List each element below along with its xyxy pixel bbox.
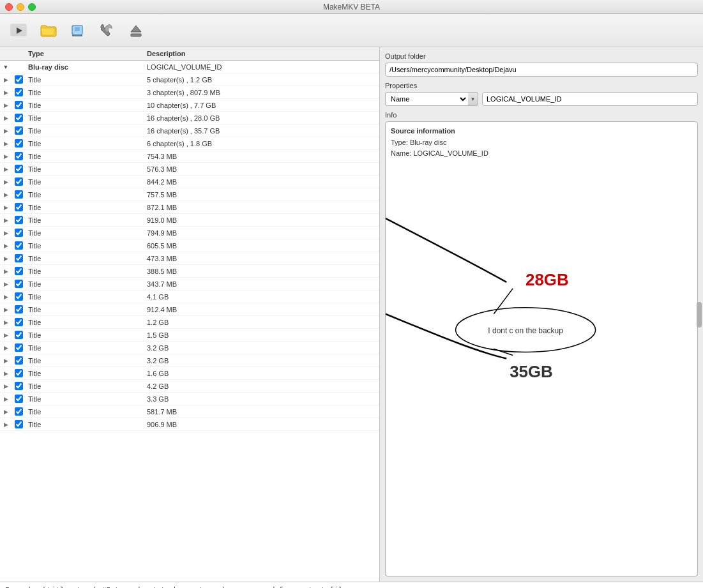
- check-cell[interactable]: [11, 343, 26, 352]
- title-checkbox[interactable]: [15, 280, 23, 288]
- title-row[interactable]: ▶Title1.2 GB: [0, 316, 379, 329]
- check-cell[interactable]: [11, 356, 26, 365]
- check-cell[interactable]: [11, 280, 26, 288]
- check-cell[interactable]: [11, 101, 26, 109]
- check-cell[interactable]: [11, 190, 26, 199]
- expand-cell[interactable]: ▶: [0, 268, 11, 275]
- expand-cell[interactable]: ▶: [0, 243, 11, 249]
- eject-button[interactable]: [124, 19, 148, 43]
- check-cell[interactable]: [11, 203, 26, 211]
- title-row[interactable]: ▶Title844.2 MB: [0, 176, 379, 188]
- title-row[interactable]: ▶Title3.2 GB: [0, 354, 379, 367]
- expand-cell[interactable]: ▶: [0, 319, 11, 326]
- check-cell[interactable]: [11, 75, 26, 84]
- check-cell[interactable]: [11, 331, 26, 339]
- expand-cell[interactable]: ▶: [0, 332, 11, 338]
- title-checkbox[interactable]: [15, 420, 23, 428]
- title-row[interactable]: ▶Title1.6 GB: [0, 367, 379, 380]
- title-checkbox[interactable]: [15, 229, 23, 237]
- check-cell[interactable]: [11, 407, 26, 416]
- title-row[interactable]: ▶Title3.3 GB: [0, 393, 379, 405]
- check-cell[interactable]: [11, 318, 26, 326]
- title-row[interactable]: ▶Title794.9 MB: [0, 227, 379, 239]
- chevron-down-icon[interactable]: ▼: [468, 92, 478, 106]
- check-cell[interactable]: [11, 165, 26, 173]
- open-disc-button[interactable]: [6, 19, 31, 43]
- expand-cell[interactable]: ▶: [0, 166, 11, 172]
- title-checkbox[interactable]: [15, 305, 23, 313]
- title-checkbox[interactable]: [15, 114, 23, 122]
- title-row[interactable]: ▶Title16 chapter(s) , 35.7 GB: [0, 124, 379, 137]
- expand-cell[interactable]: ▶: [0, 294, 11, 300]
- expand-cell[interactable]: ▶: [0, 153, 11, 160]
- title-checkbox[interactable]: [15, 318, 23, 326]
- check-cell[interactable]: [11, 88, 26, 96]
- expand-cell[interactable]: ▶: [0, 383, 11, 389]
- title-row[interactable]: ▶Title872.1 MB: [0, 201, 379, 214]
- title-checkbox[interactable]: [15, 343, 23, 352]
- title-row[interactable]: ▶Title906.9 MB: [0, 418, 379, 431]
- output-folder-input[interactable]: [385, 63, 698, 77]
- maximize-button[interactable]: [28, 3, 36, 11]
- expand-arrow[interactable]: ▼: [0, 64, 11, 70]
- title-checkbox[interactable]: [15, 203, 23, 211]
- check-cell[interactable]: [11, 382, 26, 390]
- check-cell[interactable]: [11, 126, 26, 135]
- expand-cell[interactable]: ▶: [0, 409, 11, 415]
- title-row[interactable]: ▶Title6 chapter(s) , 1.8 GB: [0, 137, 379, 150]
- expand-cell[interactable]: ▶: [0, 128, 11, 134]
- title-row[interactable]: ▶Title1.5 GB: [0, 329, 379, 342]
- expand-cell[interactable]: ▶: [0, 179, 11, 185]
- check-cell[interactable]: [11, 152, 26, 160]
- minimize-button[interactable]: [17, 3, 24, 11]
- check-cell[interactable]: [11, 216, 26, 224]
- check-cell[interactable]: [11, 139, 26, 147]
- title-checkbox[interactable]: [15, 165, 23, 173]
- title-checkbox[interactable]: [15, 395, 23, 403]
- expand-cell[interactable]: ▶: [0, 230, 11, 236]
- title-row[interactable]: ▶Title3 chapter(s) , 807.9 MB: [0, 86, 379, 99]
- check-cell[interactable]: [11, 241, 26, 250]
- property-name-select[interactable]: Name: [385, 92, 468, 106]
- expand-cell[interactable]: ▶: [0, 396, 11, 402]
- title-checkbox[interactable]: [15, 75, 23, 84]
- title-row[interactable]: ▶Title5 chapter(s) , 1.2 GB: [0, 73, 379, 86]
- expand-cell[interactable]: ▶: [0, 358, 11, 364]
- title-row[interactable]: ▶Title754.3 MB: [0, 150, 379, 163]
- backup-button[interactable]: [65, 19, 89, 43]
- check-cell[interactable]: [11, 114, 26, 122]
- check-cell[interactable]: [11, 177, 26, 186]
- check-cell[interactable]: [11, 395, 26, 403]
- expand-cell[interactable]: ▶: [0, 102, 11, 109]
- title-checkbox[interactable]: [15, 267, 23, 275]
- title-checkbox[interactable]: [15, 292, 23, 301]
- check-cell[interactable]: [11, 254, 26, 262]
- title-checkbox[interactable]: [15, 382, 23, 390]
- title-checkbox[interactable]: [15, 177, 23, 186]
- title-row[interactable]: ▶Title343.7 MB: [0, 278, 379, 290]
- title-row[interactable]: ▶Title3.2 GB: [0, 342, 379, 354]
- tree-area[interactable]: ▼ Blu-ray disc LOGICAL_VOLUME_ID ▶Title5…: [0, 61, 379, 582]
- property-value-input[interactable]: [482, 92, 698, 106]
- title-checkbox[interactable]: [15, 190, 23, 199]
- expand-cell[interactable]: ▶: [0, 255, 11, 262]
- expand-cell[interactable]: ▶: [0, 77, 11, 83]
- title-row[interactable]: ▶Title605.5 MB: [0, 239, 379, 252]
- title-checkbox[interactable]: [15, 241, 23, 250]
- expand-cell[interactable]: ▶: [0, 306, 11, 313]
- check-cell[interactable]: [11, 229, 26, 237]
- expand-cell[interactable]: ▶: [0, 140, 11, 147]
- title-row[interactable]: ▶Title10 chapter(s) , 7.7 GB: [0, 99, 379, 112]
- expand-cell[interactable]: ▶: [0, 345, 11, 351]
- title-row[interactable]: ▶Title581.7 MB: [0, 405, 379, 418]
- title-checkbox[interactable]: [15, 101, 23, 109]
- title-row[interactable]: ▶Title757.5 MB: [0, 188, 379, 201]
- expand-cell[interactable]: ▶: [0, 115, 11, 121]
- title-row[interactable]: ▶Title4.2 GB: [0, 380, 379, 393]
- title-checkbox[interactable]: [15, 216, 23, 224]
- preferences-button[interactable]: [94, 19, 119, 43]
- title-checkbox[interactable]: [15, 356, 23, 365]
- check-cell[interactable]: [11, 305, 26, 313]
- title-row[interactable]: ▶Title388.5 MB: [0, 265, 379, 278]
- check-cell[interactable]: [11, 369, 26, 377]
